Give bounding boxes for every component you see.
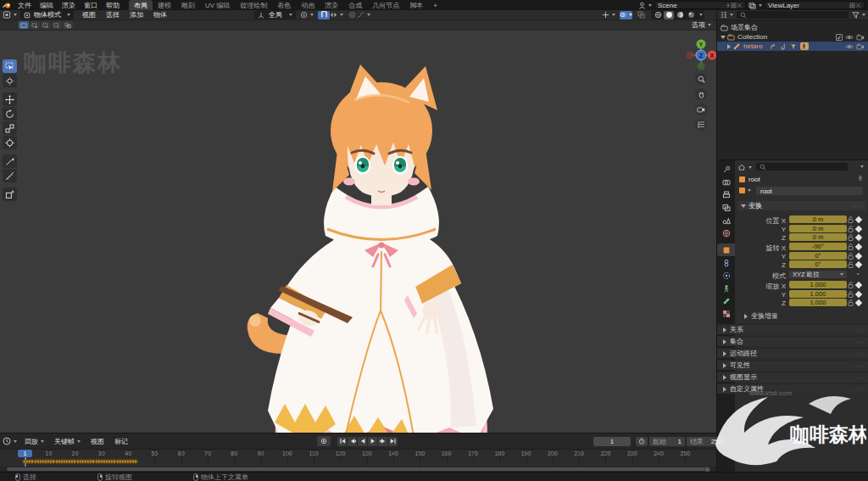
location-x-keyframe-diamond[interactable] [855, 216, 862, 223]
collapse-icon[interactable] [727, 44, 731, 49]
scale-x-keyframe-diamond[interactable] [855, 282, 862, 288]
scale-tool-button[interactable] [3, 121, 17, 135]
expand-icon[interactable] [721, 36, 726, 39]
select-mode-intersect-button[interactable] [63, 21, 73, 29]
workspace-tab[interactable]: 雕刻 [176, 0, 200, 10]
transform-panel-header[interactable]: 变换 :::: [737, 201, 866, 210]
add-workspace-button[interactable]: + [428, 0, 442, 10]
current-frame-indicator[interactable]: 1 [18, 450, 32, 457]
location-z-keyframe-diamond[interactable] [855, 234, 862, 241]
play-reverse-button[interactable] [358, 437, 367, 446]
exclude-checkbox[interactable]: ✓ [836, 34, 843, 41]
scale-z-field[interactable]: 1.000 [789, 299, 847, 306]
rotation-z-keyframe-diamond[interactable] [855, 261, 862, 268]
viewport-menu-2[interactable]: 添加 [125, 10, 148, 20]
hide-eye-icon[interactable] [845, 43, 854, 50]
workspace-tab[interactable]: 渲染 [320, 0, 343, 10]
frame-end-field[interactable]: 结束 250 [687, 437, 726, 446]
options-dropdown[interactable]: 选项 [692, 20, 711, 30]
select-mode-subtract-button[interactable] [41, 21, 51, 29]
previous-keyframe-button[interactable] [348, 437, 357, 446]
rotation-x-keyframe-diamond[interactable] [855, 243, 862, 250]
cursor-tool-button[interactable] [3, 74, 17, 87]
zoom-button[interactable] [695, 73, 707, 85]
pin-icon[interactable] [725, 3, 731, 8]
camera-view-button[interactable] [695, 103, 707, 115]
rotation-y-keyframe-diamond[interactable] [855, 252, 862, 259]
snap-with-dropdown[interactable] [330, 11, 343, 20]
jump-to-start-button[interactable] [337, 437, 347, 446]
play-button[interactable] [368, 437, 377, 446]
viewport-menu-3[interactable]: 物体 [148, 10, 172, 20]
rotation-mode-dropdown[interactable]: XYZ 欧拉 [789, 271, 847, 278]
mode-dropdown[interactable]: 物体模式 [20, 10, 74, 20]
location-y-field[interactable]: 0 m [789, 225, 847, 232]
render-properties-tab[interactable] [717, 176, 735, 188]
disable-render-camera-icon[interactable] [856, 34, 865, 41]
topbar-menu-0[interactable]: 文件 [14, 1, 36, 10]
outliner-filter-dropdown[interactable] [852, 11, 865, 20]
scale-z-keyframe-diamond[interactable] [855, 299, 862, 306]
add-cube-tool-button[interactable] [3, 187, 17, 201]
timeline-ruler[interactable]: 1020304050607080901001101201301401501601… [0, 449, 716, 457]
topbar-menu-3[interactable]: 窗口 [80, 1, 102, 10]
panel-5[interactable]: 自定义属性:::: [717, 383, 868, 394]
scene-selector[interactable]: Scene [654, 1, 746, 9]
gizmos-dropdown[interactable] [602, 11, 615, 20]
animation-action-icon[interactable] [780, 43, 787, 50]
rotation-z-field[interactable]: 0° [789, 260, 847, 268]
workspace-tab[interactable]: UV 编辑 [200, 0, 235, 10]
select-mode-extend-button[interactable] [30, 21, 40, 29]
location-x-field[interactable]: 0 m [789, 215, 847, 223]
move-tool-button[interactable] [3, 92, 17, 106]
panel-0[interactable]: 关系:::: [717, 324, 868, 334]
pose-mode-icon[interactable] [800, 42, 809, 50]
timeline-scrollbar[interactable] [7, 467, 709, 471]
location-y-lock-icon[interactable] [848, 226, 854, 234]
3d-viewport[interactable]: 选项 咖啡森林 kfsll.com Y X Z [0, 20, 716, 433]
rotation-x-field[interactable]: -90° [789, 243, 847, 250]
shading-rendered-button[interactable] [686, 11, 696, 20]
rotation-y-lock-icon[interactable] [848, 253, 854, 261]
location-x-lock-icon[interactable] [848, 216, 854, 225]
timeline-menu-0[interactable]: 回放 [19, 437, 49, 446]
workspace-tab[interactable]: 着色 [272, 0, 296, 10]
object-type-dropdown[interactable] [739, 187, 751, 193]
current-frame-field[interactable]: 1 [593, 437, 631, 446]
workspace-tab[interactable]: 动画 [296, 0, 320, 10]
transform-tool-button[interactable] [3, 136, 17, 149]
hide-eye-icon[interactable] [845, 34, 854, 41]
measure-tool-button[interactable] [3, 169, 17, 182]
select-box-tool-button[interactable] [3, 59, 17, 73]
new-scene-icon[interactable] [731, 3, 737, 8]
timeline-menu-1[interactable]: 关键帧 [49, 437, 86, 446]
workspace-tab[interactable]: 几何节点 [367, 0, 404, 10]
timeline-menu-3[interactable]: 标记 [109, 437, 133, 446]
location-y-keyframe-diamond[interactable] [855, 225, 862, 232]
viewport-menu-1[interactable]: 选择 [101, 10, 125, 20]
select-mode-new-button[interactable] [19, 21, 29, 29]
viewlayer-selector[interactable]: ViewLayer [765, 1, 865, 9]
rotation-z-lock-icon[interactable] [848, 261, 854, 270]
outliner-object-row[interactable]: hetaro [717, 42, 868, 51]
snap-toggle[interactable] [318, 11, 330, 20]
texture-properties-tab[interactable] [717, 307, 735, 320]
rotation-y-field[interactable]: 0° [789, 252, 847, 260]
delta-transform-subpanel[interactable]: 变换增量 [744, 311, 778, 321]
panel-drag-handle[interactable]: :::: [853, 204, 862, 209]
properties-editor-type-icon[interactable] [737, 163, 752, 171]
outliner-collection-row[interactable]: Collection ✓ [717, 32, 868, 42]
viewport-menu-0[interactable]: 视图 [77, 10, 101, 20]
workspace-tab[interactable]: 合成 [343, 0, 367, 10]
workspace-tab[interactable]: 脚本 [404, 0, 428, 10]
modifier-filter-icon[interactable] [790, 43, 797, 50]
topbar-menu-4[interactable]: 帮助 [102, 1, 124, 10]
panel-3[interactable]: 可见性:::: [717, 360, 868, 370]
proportional-editing-toggle[interactable] [347, 11, 357, 20]
outliner-search-input[interactable] [737, 11, 849, 19]
auto-keying-toggle[interactable] [317, 436, 331, 446]
location-z-lock-icon[interactable] [848, 234, 854, 243]
panel-2[interactable]: 运动路径:::: [717, 348, 868, 358]
frame-start-field[interactable]: 起始 1 [649, 437, 685, 446]
scale-y-lock-icon[interactable] [848, 291, 854, 299]
